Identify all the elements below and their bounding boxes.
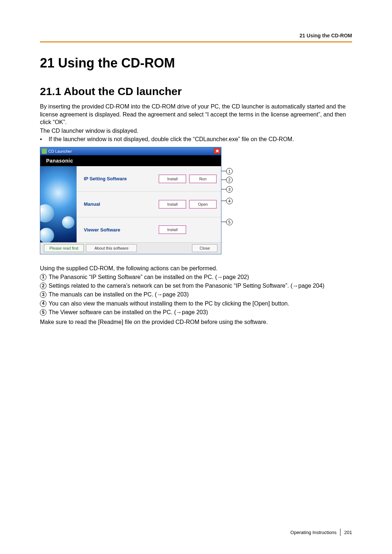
intro-bullet-text: If the launcher window is not displayed,…: [49, 135, 352, 143]
page-footer: Operating Instructions 201: [290, 529, 352, 536]
usage-lead: Using the supplied CD-ROM, the following…: [40, 264, 352, 272]
footer-label: Operating Instructions: [290, 530, 336, 535]
enum-marker: 4: [40, 300, 46, 307]
decorative-orb: [62, 216, 74, 229]
decorative-orb: [40, 228, 54, 242]
cd-launcher-window: CD Launcher ✖ Panasonic IP Setting Softw…: [40, 147, 221, 254]
callout-num: 3: [226, 186, 233, 193]
enum-text: The Viewer software can be installed on …: [49, 308, 352, 316]
row-label: IP Setting Software: [84, 176, 156, 181]
callout-5: 5: [221, 219, 233, 225]
enum-item-1: 1 The Panasonic “IP Setting Software” ca…: [40, 273, 352, 281]
callout-num: 1: [226, 168, 233, 175]
enum-item-4: 4 You can also view the manuals without …: [40, 300, 352, 308]
footer-separator: [340, 529, 340, 536]
footer-spacer: [139, 244, 190, 252]
enum-marker: 2: [40, 283, 46, 289]
enum-marker: 3: [40, 291, 46, 298]
chapter-title: 21 Using the CD-ROM: [40, 56, 352, 71]
open-button[interactable]: Open: [189, 200, 217, 209]
titlebar: CD Launcher ✖: [40, 147, 221, 155]
install-button[interactable]: Install: [159, 200, 186, 209]
brand-bar: Panasonic: [40, 155, 221, 166]
launcher-footer: Please read first About this software Cl…: [40, 242, 221, 254]
callout-num: 2: [226, 177, 233, 183]
enum-text: Settings related to the camera’s network…: [49, 282, 352, 290]
page-number: 201: [344, 530, 352, 535]
enum-text: You can also view the manuals without in…: [49, 300, 352, 308]
callout-2: 2: [221, 177, 233, 183]
intro-paragraph-1: By inserting the provided CD-ROM into th…: [40, 103, 352, 126]
cd-launcher-figure: CD Launcher ✖ Panasonic IP Setting Softw…: [40, 147, 236, 254]
intro-paragraph-2: The CD launcher window is displayed.: [40, 127, 352, 135]
row-label: Viewer Software: [84, 227, 156, 233]
callout-3: 3: [221, 186, 233, 193]
launcher-rows: IP Setting Software Install Run Manual I…: [77, 166, 221, 242]
app-icon: [42, 149, 47, 154]
callout-num: 4: [226, 198, 233, 204]
row-viewer: Viewer Software Install: [77, 217, 221, 242]
install-button[interactable]: Install: [159, 225, 186, 234]
enum-item-5: 5 The Viewer software can be installed o…: [40, 308, 352, 316]
run-button[interactable]: Run: [189, 175, 217, 183]
callout-4: 4: [221, 198, 233, 204]
readme-button[interactable]: Please read first: [44, 244, 84, 252]
enum-item-3: 3 The manuals can be installed on the PC…: [40, 291, 352, 299]
page-header-label: 21 Using the CD-ROM: [40, 33, 352, 38]
section-title: 21.1 About the CD launcher: [40, 85, 352, 98]
bullet-marker: •: [40, 135, 49, 143]
callout-num: 5: [226, 219, 233, 225]
enum-item-2: 2 Settings related to the camera’s netwo…: [40, 282, 352, 290]
row-ip-setting: IP Setting Software Install Run: [77, 166, 221, 191]
decorative-orb: [40, 204, 54, 222]
close-button[interactable]: Close: [192, 244, 217, 252]
install-button[interactable]: Install: [159, 175, 186, 183]
enum-text: The manuals can be installed on the PC. …: [49, 291, 352, 299]
window-title: CD Launcher: [48, 149, 72, 153]
intro-bullet: • If the launcher window is not displaye…: [40, 135, 352, 143]
header-rule: [40, 41, 352, 42]
enum-marker: 1: [40, 274, 46, 280]
close-icon[interactable]: ✖: [214, 148, 220, 154]
usage-note: Make sure to read the [Readme] file on t…: [40, 318, 352, 326]
row-label: Manual: [84, 201, 156, 207]
enum-text: The Panasonic “IP Setting Software” can …: [49, 273, 352, 281]
row-manual: Manual Install Open: [77, 191, 221, 217]
callout-1: 1: [221, 168, 233, 175]
sidebar-art: [40, 166, 77, 242]
launcher-body: IP Setting Software Install Run Manual I…: [40, 166, 221, 242]
enum-marker: 5: [40, 309, 46, 316]
about-button[interactable]: About this software: [86, 244, 137, 252]
